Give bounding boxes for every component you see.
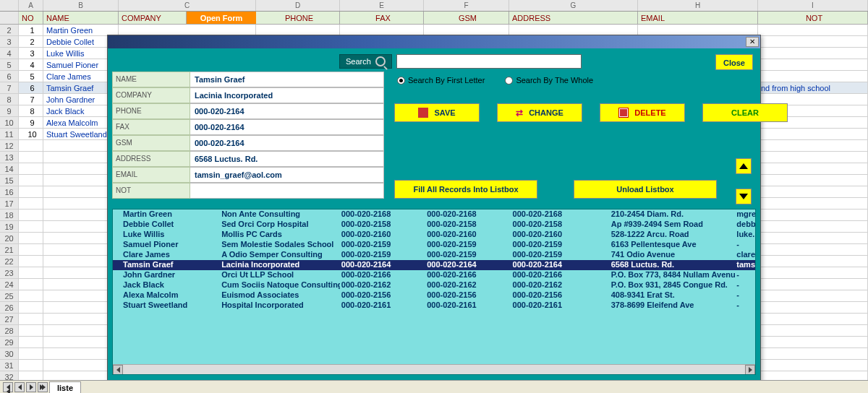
- cell-not[interactable]: [758, 71, 868, 82]
- change-icon: ⇄: [516, 108, 523, 118]
- row-number[interactable]: 4: [0, 48, 19, 59]
- row-number[interactable]: 2: [0, 25, 19, 35]
- col-A[interactable]: A: [19, 0, 43, 11]
- field-phone[interactable]: 000-020-2164: [190, 103, 384, 119]
- scrollbar-right-icon[interactable]: [745, 365, 755, 375]
- cell-no[interactable]: 1: [19, 25, 43, 35]
- cell-address[interactable]: [509, 25, 638, 35]
- cell-no[interactable]: 8: [19, 105, 43, 116]
- header-no: NO: [19, 12, 43, 24]
- tab-nav-prev[interactable]: [14, 382, 25, 392]
- col-F[interactable]: F: [424, 0, 509, 11]
- search-text: Search: [346, 57, 371, 66]
- radio-icon: [505, 77, 513, 85]
- close-button[interactable]: Close: [715, 54, 753, 70]
- cell-fax[interactable]: [340, 25, 424, 35]
- row-number[interactable]: 9: [0, 105, 19, 116]
- save-button[interactable]: SAVE: [394, 103, 480, 122]
- field-fax[interactable]: 000-020-2164: [190, 119, 384, 135]
- search-label: Search: [339, 54, 392, 69]
- row-number[interactable]: 3: [0, 36, 19, 47]
- col-B[interactable]: B: [43, 0, 119, 11]
- arrow-up-button[interactable]: [736, 158, 752, 174]
- cell-not[interactable]: nd from high school: [758, 82, 868, 93]
- col-I[interactable]: I: [758, 0, 868, 11]
- delete-button[interactable]: DELETE: [600, 103, 685, 122]
- list-item[interactable]: Martin GreenNon Ante Consulting000-020-2…: [113, 210, 755, 220]
- radio-whole[interactable]: Search By The Whole: [505, 76, 593, 85]
- list-item[interactable]: Luke WillisMollis PC Cards000-020-216000…: [113, 230, 755, 240]
- radio-whole-label: Search By The Whole: [516, 76, 593, 85]
- row-number[interactable]: 8: [0, 94, 19, 105]
- col-D[interactable]: D: [256, 0, 340, 11]
- col-C[interactable]: C: [119, 0, 256, 11]
- list-item[interactable]: Tamsin GraefLacinia Incorporated000-020-…: [113, 260, 755, 270]
- listbox[interactable]: Martin GreenNon Ante Consulting000-020-2…: [112, 209, 756, 375]
- col-H[interactable]: H: [638, 0, 758, 11]
- arrow-down-button[interactable]: [736, 189, 752, 204]
- tab-nav-next[interactable]: [26, 382, 36, 392]
- header-gsm: GSM: [424, 12, 509, 24]
- row-number[interactable]: 11: [0, 129, 19, 139]
- list-item[interactable]: Stuart SweetlandHospital Incorporated000…: [113, 301, 755, 311]
- col-E[interactable]: E: [340, 0, 424, 11]
- cell-no[interactable]: 10: [19, 129, 43, 139]
- row-number[interactable]: 6: [0, 71, 19, 82]
- scrollbar-left-icon[interactable]: [113, 365, 123, 375]
- field-not[interactable]: [190, 183, 384, 199]
- field-address[interactable]: 6568 Luctus. Rd.: [190, 151, 384, 167]
- field-gsm[interactable]: 000-020-2164: [190, 135, 384, 151]
- cell-not[interactable]: [758, 25, 868, 35]
- row-number[interactable]: 10: [0, 117, 19, 128]
- modal-titlebar[interactable]: ✕: [108, 35, 760, 48]
- cell-not[interactable]: [758, 48, 868, 59]
- header-fax: FAX: [340, 12, 424, 24]
- list-item[interactable]: Samuel PionerSem Molestie Sodales School…: [113, 240, 755, 250]
- corner-cell[interactable]: [0, 0, 19, 11]
- cell-email[interactable]: [638, 25, 758, 35]
- tab-nav-first[interactable]: [3, 382, 13, 392]
- open-form-button[interactable]: Open Form: [187, 12, 256, 24]
- list-item[interactable]: Alexa MalcolmEuismod Associates000-020-2…: [113, 290, 755, 301]
- cell-no[interactable]: 2: [19, 36, 43, 47]
- chevron-up-icon: [739, 163, 748, 169]
- listbox-scrollbar[interactable]: [113, 364, 755, 374]
- field-email[interactable]: tamsin_graef@aol.com: [190, 167, 384, 183]
- tab-nav-last[interactable]: [38, 382, 48, 392]
- cell-not[interactable]: [758, 59, 868, 70]
- change-button[interactable]: ⇄CHANGE: [497, 103, 582, 122]
- fill-listbox-button[interactable]: Fill All Records Into Listbox: [394, 180, 537, 199]
- cell-no[interactable]: 7: [19, 94, 43, 105]
- col-G[interactable]: G: [509, 0, 638, 11]
- list-item[interactable]: Clare JamesA Odio Semper Consulting000-0…: [113, 250, 755, 260]
- label-email: EMAIL: [112, 167, 190, 183]
- field-name[interactable]: Tamsin Graef: [190, 72, 384, 87]
- close-icon[interactable]: ✕: [746, 37, 759, 47]
- search-input[interactable]: [396, 54, 582, 69]
- label-name: NAME: [112, 72, 190, 87]
- cell-not[interactable]: [758, 129, 868, 139]
- label-not: NOT: [112, 183, 190, 199]
- unload-listbox-button[interactable]: Unload Listbox: [574, 180, 717, 199]
- cell-phone[interactable]: [256, 25, 340, 35]
- cell-no[interactable]: 3: [19, 48, 43, 59]
- sheet-tab[interactable]: liste: [49, 381, 81, 393]
- clear-button[interactable]: CLEAR: [702, 103, 788, 122]
- cell-no[interactable]: 6: [19, 82, 43, 93]
- cell-not[interactable]: [758, 36, 868, 47]
- row-number[interactable]: 7: [0, 82, 19, 93]
- cell-company[interactable]: [119, 25, 256, 35]
- row-number[interactable]: 5: [0, 59, 19, 70]
- cell-no[interactable]: 4: [19, 59, 43, 70]
- list-item[interactable]: John GardnerOrci Ut LLP School000-020-21…: [113, 270, 755, 280]
- header-email: EMAIL: [638, 12, 758, 24]
- list-item[interactable]: Jack BlackCum Sociis Natoque Consulting0…: [113, 280, 755, 290]
- field-company[interactable]: Lacinia Incorporated: [190, 87, 384, 103]
- cell-gsm[interactable]: [424, 25, 509, 35]
- radio-first-letter[interactable]: Search By First Letter: [397, 76, 485, 85]
- cell-no[interactable]: 9: [19, 117, 43, 128]
- cell-no[interactable]: 5: [19, 71, 43, 82]
- list-item[interactable]: Debbie ColletSed Orci Corp Hospital000-0…: [113, 220, 755, 230]
- cell-name[interactable]: Martin Green: [43, 25, 119, 35]
- sheet-tab-bar: liste: [0, 380, 868, 393]
